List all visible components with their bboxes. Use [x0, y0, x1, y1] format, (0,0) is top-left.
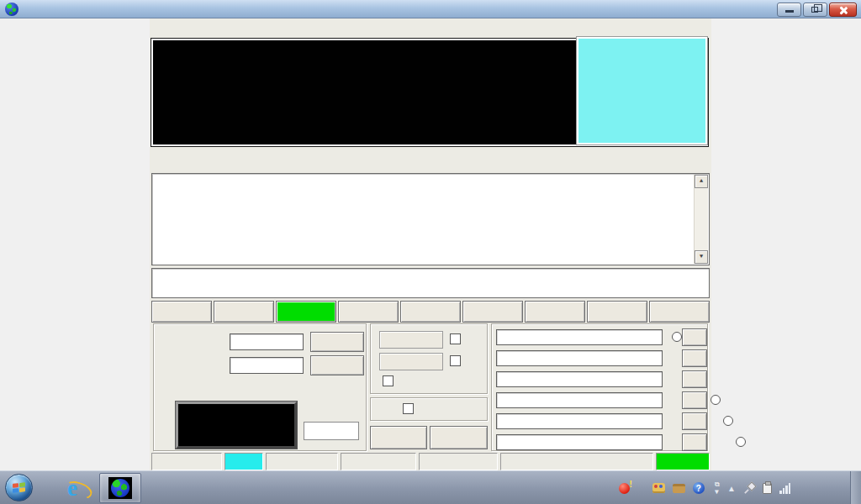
status-bar — [151, 453, 710, 470]
menu-band[interactable] — [240, 26, 256, 31]
erase-button[interactable] — [400, 301, 461, 323]
status-spacer — [500, 453, 653, 470]
tx-first-checkbox[interactable] — [403, 403, 418, 414]
decode-text-area[interactable]: ▲ ▼ — [151, 173, 710, 265]
app-globe-icon — [5, 3, 18, 16]
tx4-button[interactable] — [682, 391, 707, 409]
tx2-message-input[interactable] — [496, 350, 663, 366]
menu-setup[interactable] — [165, 26, 180, 31]
menu-view[interactable] — [180, 26, 195, 31]
status-state-badge — [656, 453, 710, 470]
internet-explorer-icon: e — [67, 477, 77, 499]
auto-button[interactable] — [430, 426, 488, 449]
wsjt-app-window: ▲ ▼ — [150, 18, 711, 470]
tx6-button[interactable] — [682, 433, 707, 451]
show-desktop-button[interactable] — [850, 471, 861, 504]
freeze-checkbox-box[interactable] — [383, 375, 394, 386]
tol-spinner[interactable] — [379, 353, 443, 370]
tx1-button[interactable] — [682, 328, 707, 346]
lookup-button[interactable] — [310, 332, 364, 352]
tx-first-checkbox-box[interactable] — [403, 403, 414, 414]
tx1-message-input[interactable] — [496, 329, 663, 345]
log-qso-button[interactable] — [151, 301, 212, 323]
to-radio-input[interactable] — [230, 333, 304, 350]
add-button[interactable] — [310, 355, 364, 375]
menu-file[interactable] — [150, 26, 165, 31]
notifier-icon[interactable] — [619, 483, 630, 494]
minimize-icon — [785, 10, 794, 13]
show-hidden-icons-chevron[interactable]: ▲ — [727, 484, 736, 493]
afc-checkbox[interactable] — [450, 355, 465, 366]
windows-flag-icon — [13, 482, 26, 495]
ime-tools-icon[interactable] — [652, 483, 665, 493]
minimize-button[interactable] — [777, 3, 801, 17]
window-titlebar[interactable] — [0, 0, 861, 18]
graph-label-row — [150, 147, 711, 160]
tx5-radio[interactable] — [723, 416, 733, 426]
monitor-button[interactable] — [276, 301, 336, 323]
close-button[interactable] — [829, 3, 857, 17]
window-title — [25, 3, 49, 15]
average-text-area[interactable] — [151, 268, 710, 298]
avg-row — [152, 271, 709, 274]
ime-window-icon: ⧉ — [715, 480, 720, 488]
taskbar-ie-button[interactable]: e — [52, 473, 92, 503]
tx4-radio[interactable] — [710, 395, 721, 405]
dsec-control[interactable] — [304, 422, 359, 440]
gen-msgs-button[interactable] — [370, 426, 427, 449]
tx5-button[interactable] — [682, 412, 707, 430]
utc-clock — [176, 402, 297, 449]
afc-checkbox-box[interactable] — [450, 355, 461, 366]
tx-messages-groupbox — [491, 323, 708, 451]
network-signal-icon[interactable] — [779, 483, 790, 494]
clear-avg-button[interactable] — [462, 301, 523, 323]
decode-row — [152, 184, 709, 186]
menu-mode[interactable] — [195, 26, 210, 31]
restore-icon — [811, 7, 818, 13]
moon-info-panel — [577, 37, 707, 144]
status-freq — [151, 453, 222, 470]
sync-spinner[interactable] — [379, 331, 443, 349]
status-rx-noise — [341, 453, 416, 470]
tx3-message-input[interactable] — [496, 371, 663, 387]
tx-first-groupbox — [370, 397, 488, 421]
grid-input[interactable] — [230, 357, 304, 374]
include-button[interactable] — [525, 301, 585, 323]
decode-button[interactable] — [338, 301, 399, 323]
tx4-message-input[interactable] — [496, 392, 663, 408]
tx5-message-input[interactable] — [496, 413, 663, 429]
decode-scrollbar[interactable]: ▲ ▼ — [694, 175, 708, 264]
menu-decode[interactable] — [210, 26, 225, 31]
taskbar: e ? ⧉ ▼ ▲ — [0, 470, 861, 504]
exclude-button[interactable] — [587, 301, 647, 323]
pushpin-icon[interactable] — [743, 482, 755, 494]
menu-save[interactable] — [225, 26, 240, 31]
tx6-radio[interactable] — [736, 437, 746, 447]
scroll-up-icon[interactable]: ▲ — [695, 175, 708, 188]
restore-button[interactable] — [803, 3, 827, 17]
help-icon[interactable]: ? — [693, 482, 705, 494]
zap-checkbox-box[interactable] — [450, 333, 461, 344]
status-mode-badge — [224, 453, 263, 470]
status-freeze-df — [266, 453, 338, 470]
station-groupbox — [153, 323, 367, 451]
scroll-down-icon[interactable]: ▼ — [695, 250, 708, 264]
stop-button[interactable] — [214, 301, 274, 323]
tx1-radio[interactable] — [672, 332, 682, 342]
ime-caps-kana[interactable]: ⧉ ▼ — [712, 480, 720, 496]
freeze-checkbox[interactable] — [383, 375, 398, 386]
status-tr-period — [419, 453, 498, 470]
toolbox-icon[interactable] — [673, 484, 685, 493]
tx6-message-input[interactable] — [496, 434, 663, 450]
chevron-down-icon: ▼ — [715, 488, 719, 496]
action-button-row — [151, 301, 710, 323]
tx2-button[interactable] — [682, 349, 707, 367]
taskbar-wsjt-button[interactable] — [99, 473, 141, 503]
menu-help[interactable] — [256, 26, 271, 31]
txstop-button[interactable] — [649, 301, 710, 323]
start-button[interactable] — [5, 474, 33, 501]
tx3-button[interactable] — [682, 370, 707, 388]
system-tray: ? ⧉ ▼ ▲ — [619, 471, 790, 504]
zap-checkbox[interactable] — [450, 333, 465, 344]
clipboard-icon[interactable] — [763, 483, 772, 494]
